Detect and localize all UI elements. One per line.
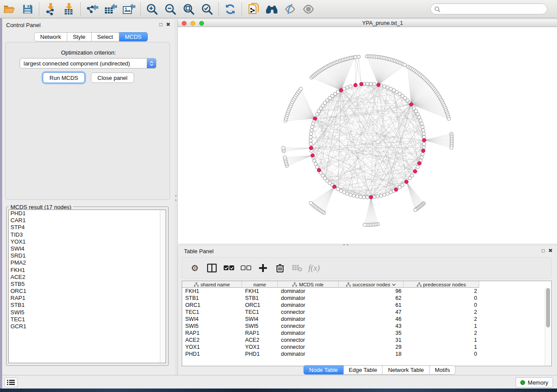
result-item[interactable]: TID3 [9,231,166,238]
unselect-all-columns-icon[interactable] [239,261,253,275]
result-item[interactable]: ACE2 [9,274,166,281]
result-item[interactable]: SRD1 [9,252,166,259]
desktop-wallpaper-edge [0,18,2,389]
task-list-icon [7,379,15,385]
table-row[interactable]: SWI4SWI4dominator462 [182,316,551,323]
column-header-filler [479,281,551,288]
result-item[interactable]: RAP1 [9,295,166,302]
column-header-successor-nodes[interactable]: successor nodes [339,281,404,288]
column-header-MCDS-role[interactable]: MCDS role [278,281,339,288]
criterion-dropdown[interactable]: largest connected component (undirected) [20,58,156,69]
cell-MCDS-role: dominator [278,288,339,294]
delete-columns-icon[interactable] [273,261,287,275]
zoom-in-icon[interactable] [145,3,159,16]
cell-successor-nodes: 46 [339,316,404,322]
close-panel-button[interactable]: Close panel [91,72,134,83]
network-graph[interactable] [178,27,557,244]
open-file-icon[interactable] [3,3,16,16]
result-item[interactable]: SWI5 [9,309,166,316]
network-title: YPA_prune.txt_1 [362,20,403,26]
zoom-out-icon[interactable] [164,3,177,16]
cell-successor-nodes: 29 [339,344,404,350]
result-item[interactable]: FKH1 [9,267,166,274]
mcds-result-list[interactable]: PHD1CAR1STP4TID3YOX1SWI4SRD1PMA2FKH1ACE2… [8,210,166,363]
result-item[interactable]: CAR1 [9,217,166,224]
search-field[interactable] [430,3,547,14]
result-list-scrollbar[interactable] [160,210,166,363]
tab-node-table[interactable]: Node Table [304,365,344,375]
network-view-titlebar[interactable]: YPA_prune.txt_1 [178,20,557,27]
search-network-icon[interactable] [265,3,278,16]
run-mcds-button[interactable]: Run MCDS [43,72,85,83]
import-table-icon[interactable] [62,3,76,16]
tab-network-table[interactable]: Network Table [383,365,429,375]
tab-edge-table[interactable]: Edge Table [343,365,383,375]
result-item[interactable]: ORC1 [9,288,166,295]
save-session-icon[interactable] [21,3,34,16]
table-row[interactable]: SWI5SWI5connector431 [182,323,551,330]
table-row[interactable]: STB1STB1dominator620 [182,295,551,302]
export-image-icon[interactable] [122,3,135,16]
column-header-name[interactable]: name [242,281,278,288]
cell-shared-name: ORC1 [182,302,242,308]
result-item[interactable]: STB5 [9,281,166,288]
tab-select[interactable]: Select [92,32,119,41]
cell-predecessor-nodes: 1 [404,337,479,343]
search-input[interactable] [443,6,547,12]
import-network-icon[interactable] [44,3,57,16]
tab-network[interactable]: Network [34,32,67,41]
scrollbar-thumb[interactable] [546,288,550,327]
tab-motifs[interactable]: Motifs [429,365,456,375]
table-row[interactable]: FKH1FKH1dominator962 [182,288,551,295]
table-row[interactable]: ACE2ACE2connector311 [182,337,551,344]
hide-graphics-details-icon[interactable] [284,3,297,16]
minimize-window-icon[interactable] [190,21,195,26]
close-window-icon[interactable] [182,21,187,26]
result-item[interactable]: SWI4 [9,245,166,252]
table-row[interactable]: RAP1RAP1dominator352 [182,330,551,337]
maximize-window-icon[interactable] [199,21,204,26]
show-column-panel-icon[interactable] [204,261,219,275]
cell-shared-name: PHD1 [182,351,242,357]
table-scrollbar[interactable] [545,288,551,366]
column-header-shared-name[interactable]: shared name [182,281,242,288]
zoom-selected-icon[interactable] [201,3,214,16]
zoom-fit-icon[interactable] [182,3,195,16]
add-column-icon[interactable] [256,261,270,275]
float-panel-icon[interactable]: □ [542,248,545,254]
tab-style[interactable]: Style [67,32,92,41]
close-panel-icon[interactable]: ✖ [166,21,170,28]
cell-name: YOX1 [242,344,278,350]
show-graphics-details-icon[interactable] [302,3,315,16]
table-panel-tabs: Node TableEdge TableNetwork TableMotifs [304,365,456,375]
close-panel-icon[interactable]: ✖ [548,248,553,254]
table-row[interactable]: PHD1PHD1dominator180 [182,351,551,358]
clone-network-icon[interactable] [247,3,260,16]
tab-mcds[interactable]: MCDS [119,32,148,41]
task-history-button[interactable] [4,378,17,387]
export-table-icon[interactable] [104,3,117,16]
column-header-predecessor-nodes[interactable]: predecessor nodes [404,281,479,288]
memory-label: Memory [528,379,548,386]
result-item[interactable]: PHD1 [9,210,166,217]
result-item[interactable]: GCR1 [9,323,166,330]
cell-predecessor-nodes: 2 [404,316,479,322]
result-item[interactable]: TEC1 [9,316,166,323]
export-network-icon[interactable] [86,3,99,16]
optimization-criterion-label: Optimization criterion: [2,49,175,56]
result-item[interactable]: YOX1 [9,238,166,245]
float-panel-icon[interactable]: □ [159,21,163,28]
table-row[interactable]: TEC1TEC1connector472 [182,309,551,316]
result-item[interactable]: STP4 [9,224,166,231]
memory-button[interactable]: Memory [515,377,553,388]
apply-layout-icon[interactable] [224,3,237,16]
result-item[interactable]: PMA2 [9,259,166,266]
node-table[interactable]: shared namenameMCDS rolesuccessor nodesp… [182,281,552,366]
cell-name: SWI4 [242,316,278,322]
select-all-columns-icon[interactable] [221,261,236,275]
table-row[interactable]: YOX1YOX1connector291 [182,344,551,351]
toolbar-separator [140,3,141,16]
result-item[interactable]: STB1 [9,302,166,309]
table-options-gear-icon[interactable]: ⚙ [187,261,202,275]
table-row[interactable]: ORC1ORC1dominator610 [182,302,551,309]
